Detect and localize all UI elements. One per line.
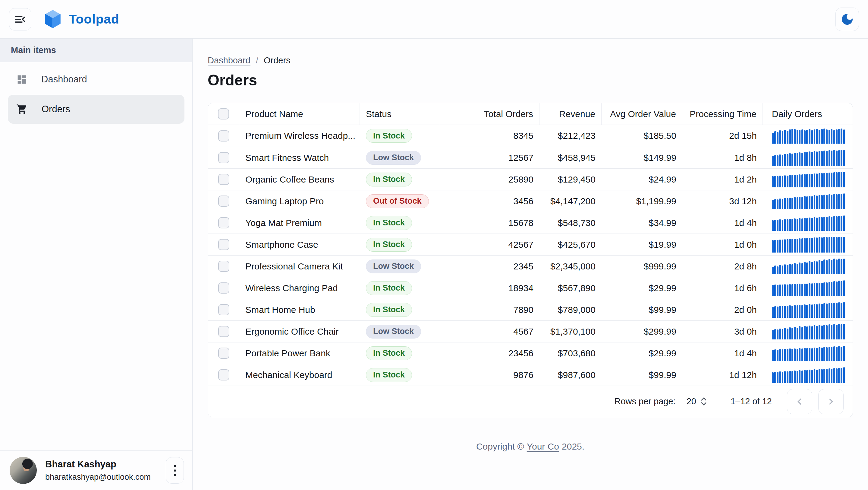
table-row: Smartphone Case In Stock 42567 $425,670 … <box>208 234 852 255</box>
sidebar-nav: Dashboard Orders <box>0 62 192 124</box>
status-badge: Low Stock <box>366 325 421 339</box>
previous-page-button[interactable] <box>787 389 812 414</box>
row-checkbox-cell <box>208 212 239 234</box>
table-row: Gaming Laptop Pro Out of Stock 3456 $4,1… <box>208 190 852 212</box>
avg-order-value-cell: $29.99 <box>601 277 682 299</box>
breadcrumb-dashboard-link[interactable]: Dashboard <box>208 56 250 65</box>
daily-orders-sparkline <box>772 324 845 340</box>
product-name: Smartphone Case <box>245 239 318 250</box>
daily-orders-sparkline <box>772 215 845 231</box>
daily-orders-sparkline <box>772 128 845 144</box>
user-email: bharatkashyap@outlook.com <box>45 472 166 482</box>
row-checkbox[interactable] <box>218 261 229 272</box>
status-badge: In Stock <box>366 281 412 295</box>
column-header-total-orders[interactable]: Total Orders <box>440 103 539 125</box>
product-name: Wireless Charging Pad <box>245 283 338 293</box>
revenue-cell: $425,670 <box>539 234 601 255</box>
dashboard-grid-icon <box>16 74 27 85</box>
column-header-processing-time[interactable]: Processing Time <box>682 103 763 125</box>
revenue-cell: $987,600 <box>539 364 601 385</box>
status-badge: In Stock <box>366 346 412 360</box>
product-name-cell: Ergonomic Office Chair <box>239 321 360 342</box>
total-orders-cell: 2345 <box>440 256 539 277</box>
total-orders-cell: 15678 <box>440 212 539 234</box>
status-badge: Low Stock <box>366 259 421 273</box>
row-checkbox[interactable] <box>218 282 229 294</box>
daily-orders-sparkline <box>772 345 845 361</box>
select-all-cell <box>208 103 239 125</box>
status-cell: In Stock <box>360 342 440 364</box>
status-cell: Low Stock <box>360 321 440 342</box>
daily-orders-sparkline <box>772 172 845 188</box>
daily-orders-cell <box>763 256 852 277</box>
avg-order-value-cell: $19.99 <box>601 234 682 255</box>
sidebar-item-dashboard[interactable]: Dashboard <box>8 67 184 91</box>
rows-per-page-select[interactable]: 20 <box>687 397 707 406</box>
company-link[interactable]: Your Co <box>527 441 559 452</box>
menu-open-icon <box>13 13 27 26</box>
row-checkbox[interactable] <box>218 131 229 142</box>
moon-icon <box>840 12 855 27</box>
row-checkbox[interactable] <box>218 326 229 337</box>
sidebar-spacer <box>0 124 192 451</box>
daily-orders-cell <box>763 125 852 147</box>
row-checkbox[interactable] <box>218 152 229 163</box>
product-name-cell: Yoga Mat Premium <box>239 212 360 234</box>
row-checkbox[interactable] <box>218 196 229 207</box>
revenue-cell: $212,423 <box>539 125 601 147</box>
product-name-cell: Portable Power Bank <box>239 342 360 364</box>
daily-orders-cell <box>763 212 852 234</box>
status-badge: In Stock <box>366 173 412 186</box>
theme-toggle-button[interactable] <box>835 7 859 31</box>
status-badge: Low Stock <box>366 151 421 165</box>
product-name-cell: Premium Wireless Headp... <box>239 125 360 147</box>
row-checkbox-cell <box>208 147 239 168</box>
row-checkbox-cell <box>208 321 239 342</box>
product-name: Mechanical Keyboard <box>245 370 333 380</box>
sidebar-item-label: Orders <box>41 104 70 115</box>
chevron-left-icon <box>793 395 806 408</box>
select-all-checkbox[interactable] <box>218 108 229 119</box>
product-name: Premium Wireless Headp... <box>245 131 355 141</box>
daily-orders-cell <box>763 299 852 320</box>
column-header-revenue[interactable]: Revenue <box>539 103 601 125</box>
status-cell: In Stock <box>360 234 440 255</box>
toolpad-logo <box>44 10 61 29</box>
more-vert-icon <box>174 465 176 467</box>
column-header-daily-orders[interactable]: Daily Orders <box>763 103 852 125</box>
next-page-button[interactable] <box>818 389 844 414</box>
total-orders-cell: 25890 <box>440 169 539 190</box>
column-header-avg-order-value[interactable]: Avg Order Value <box>601 103 682 125</box>
daily-orders-sparkline <box>772 237 845 253</box>
pagination-range: 1–12 of 12 <box>731 397 772 406</box>
row-checkbox[interactable] <box>218 369 229 380</box>
row-checkbox[interactable] <box>218 174 229 185</box>
avg-order-value-cell: $1,199.99 <box>601 191 682 212</box>
user-menu-button[interactable] <box>166 457 184 484</box>
status-cell: In Stock <box>360 169 440 190</box>
revenue-cell: $2,345,000 <box>539 256 601 277</box>
daily-orders-cell <box>763 321 852 342</box>
avg-order-value-cell: $185.50 <box>601 125 682 147</box>
avg-order-value-cell: $149.99 <box>601 147 682 168</box>
row-checkbox[interactable] <box>218 239 229 250</box>
row-checkbox[interactable] <box>218 217 229 228</box>
status-cell: Low Stock <box>360 256 440 277</box>
daily-orders-sparkline <box>772 150 845 166</box>
brand-home-link[interactable]: Toolpad <box>44 10 119 29</box>
sidebar-item-orders[interactable]: Orders <box>8 95 184 124</box>
row-checkbox-cell <box>208 169 239 190</box>
daily-orders-sparkline <box>772 367 845 383</box>
total-orders-cell: 23456 <box>440 342 539 364</box>
product-name: Gaming Laptop Pro <box>245 196 324 206</box>
column-header-product-name[interactable]: Product Name <box>239 103 360 125</box>
rows-per-page-value: 20 <box>687 397 696 406</box>
column-header-status[interactable]: Status <box>360 103 440 125</box>
row-checkbox-cell <box>208 364 239 385</box>
collapse-sidebar-button[interactable] <box>9 8 31 30</box>
table-row: Organic Coffee Beans In Stock 25890 $129… <box>208 168 852 190</box>
row-checkbox[interactable] <box>218 348 229 359</box>
user-avatar <box>10 457 37 484</box>
product-name: Smart Home Hub <box>245 305 315 315</box>
row-checkbox[interactable] <box>218 304 229 315</box>
